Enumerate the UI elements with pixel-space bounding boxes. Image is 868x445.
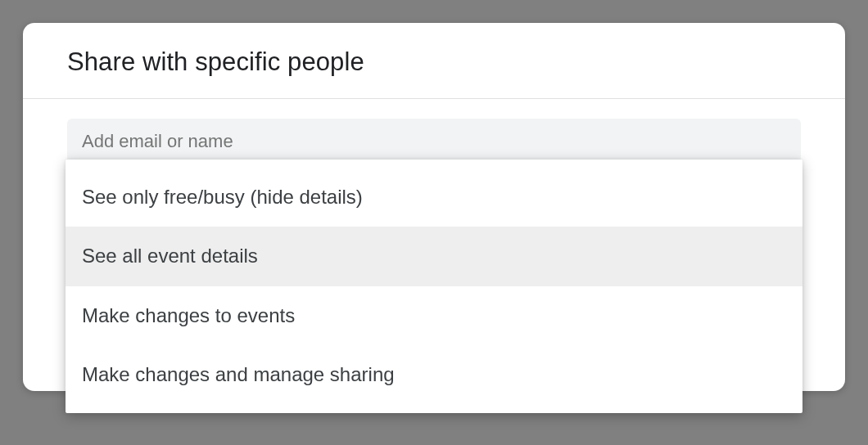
permission-option-free-busy[interactable]: See only free/busy (hide details) (66, 168, 802, 227)
permissions-dropdown: See only free/busy (hide details) See al… (66, 160, 802, 413)
permission-option-make-changes[interactable]: Make changes to events (66, 286, 802, 345)
dialog-header: Share with specific people (23, 23, 845, 99)
permission-option-manage-sharing[interactable]: Make changes and manage sharing (66, 345, 802, 404)
dialog-body: Send (23, 99, 845, 164)
email-input[interactable] (67, 119, 801, 164)
permission-option-all-details[interactable]: See all event details (66, 227, 802, 285)
dialog-title: Share with specific people (67, 47, 801, 77)
